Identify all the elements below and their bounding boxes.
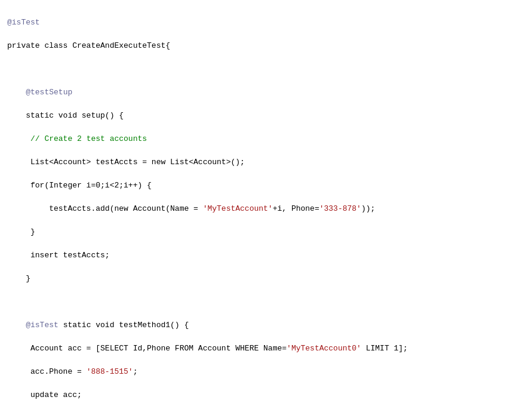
annotation-istest: @isTest bbox=[7, 18, 40, 27]
code-text: update acc; bbox=[7, 390, 82, 399]
code-text: testAccts.add(new Account(Name = 'MyTest… bbox=[7, 204, 375, 213]
code-text: acc.Phone = '888-1515'; bbox=[7, 367, 137, 376]
code-text bbox=[7, 88, 26, 97]
annotation-istest-2: @isTest bbox=[26, 321, 59, 330]
code-line-16: acc.Phone = '888-1515'; bbox=[7, 366, 525, 378]
code-line-4: @testSetup bbox=[7, 87, 525, 99]
code-line-5: static void setup() { bbox=[7, 110, 525, 122]
code-line-1: @isTest bbox=[7, 17, 525, 29]
code-text bbox=[7, 321, 26, 330]
code-text: static void testMethod1() { bbox=[59, 321, 189, 330]
comment-create: // Create 2 test accounts bbox=[30, 134, 147, 143]
code-line-13 bbox=[7, 296, 525, 308]
code-line-8: for(Integer i=0;i<2;i++) { bbox=[7, 180, 525, 192]
code-line-17: update acc; bbox=[7, 389, 525, 401]
code-text: private class CreateAndExecuteTest{ bbox=[7, 41, 170, 50]
code-editor: @isTest private class CreateAndExecuteTe… bbox=[0, 0, 532, 400]
annotation-testsetup: @testSetup bbox=[26, 88, 72, 97]
code-text: static void setup() { bbox=[7, 111, 124, 120]
code-text: } bbox=[7, 274, 30, 283]
code-line-9: testAccts.add(new Account(Name = 'MyTest… bbox=[7, 203, 525, 215]
code-text: for(Integer i=0;i<2;i++) { bbox=[7, 181, 152, 190]
code-text: insert testAccts; bbox=[7, 251, 110, 260]
code-line-15: Account acc = [SELECT Id,Phone FROM Acco… bbox=[7, 343, 525, 355]
code-text: List<Account> testAccts = new List<Accou… bbox=[7, 158, 245, 167]
code-line-10: } bbox=[7, 226, 525, 238]
code-text bbox=[7, 134, 30, 143]
code-line-7: List<Account> testAccts = new List<Accou… bbox=[7, 156, 525, 168]
code-line-6: // Create 2 test accounts bbox=[7, 133, 525, 145]
code-line-12: } bbox=[7, 273, 525, 285]
code-line-14: @isTest static void testMethod1() { bbox=[7, 319, 525, 331]
code-text: Account acc = [SELECT Id,Phone FROM Acco… bbox=[7, 344, 408, 353]
code-text: } bbox=[7, 227, 35, 236]
code-line-3 bbox=[7, 63, 525, 75]
code-line-2: private class CreateAndExecuteTest{ bbox=[7, 40, 525, 52]
code-line-11: insert testAccts; bbox=[7, 250, 525, 261]
